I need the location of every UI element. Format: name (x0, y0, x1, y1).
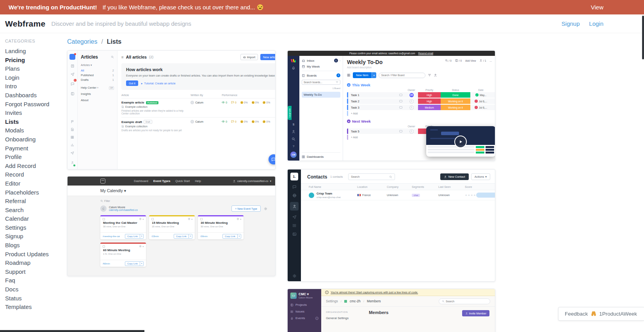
cmc-org-switcher[interactable]: CMC ▾ (299, 292, 313, 296)
event-settings[interactable]: ▾ (139, 218, 144, 220)
cmc-search-field[interactable] (439, 298, 490, 304)
sidebar-item-lists[interactable]: Lists (5, 118, 67, 127)
sidebar-item-search[interactable]: Search (5, 206, 67, 215)
settings-gear-icon[interactable] (292, 274, 297, 278)
date-cell[interactable]: !Jul 6,... (470, 100, 491, 103)
import-button[interactable]: Import (240, 54, 258, 60)
globe-icon[interactable] (292, 193, 297, 198)
gear-icon[interactable] (264, 207, 267, 211)
sidebar-item-invites[interactable]: Invites (5, 109, 67, 118)
screenshot-card-weekly-todo[interactable]: Please confirm your email address: saasi… (287, 50, 495, 161)
event-checkbox[interactable] (200, 218, 203, 220)
calendly-nav-quick-start[interactable]: Quick Start (175, 179, 190, 183)
copy-link-button[interactable]: Copy Link▾ (125, 234, 144, 239)
sidebar-item-templates[interactable]: Templates (5, 303, 67, 312)
profile-link[interactable]: calendly.com/saasified-co (109, 209, 138, 211)
event-card-cat-master[interactable]: ▾ Meeting the Cat Master 30 mins, One-on… (100, 215, 146, 239)
new-event-type-button[interactable]: + New Event Type (231, 205, 261, 212)
event-slug-link[interactable]: /meeting-the-cat-ma... (103, 235, 120, 237)
event-checkbox[interactable] (151, 218, 154, 220)
person-filter-icon[interactable] (434, 73, 437, 77)
board-filter-input[interactable] (381, 74, 423, 77)
sidebar-item-plans[interactable]: Plans (5, 64, 67, 73)
owner-empty[interactable] (409, 99, 414, 104)
upgrade-ribbon[interactable]: Upgrade (288, 106, 292, 120)
sidebar-item-intro[interactable]: Intro (5, 82, 67, 91)
group-next-week[interactable]: ▾Next Week (347, 119, 495, 123)
sidebar-item-modals[interactable]: Modals (5, 126, 67, 135)
banner-view-link[interactable]: View (591, 4, 603, 11)
cmc-nav-issues[interactable]: Issues (290, 310, 318, 313)
subscribers-counter[interactable]: / 1 (479, 59, 486, 62)
event-slug-link[interactable]: /30min (200, 235, 208, 237)
sidebar-item-forgot-password[interactable]: Forgot Password (5, 100, 67, 109)
articles-nav-published[interactable]: Published1 (81, 73, 114, 78)
event-settings[interactable]: ▾ (188, 218, 192, 220)
articles-nav-help-center[interactable]: Help Center ›Off (81, 86, 114, 90)
screenshot-card-articles[interactable]: 1 Articles Articles ▾ All2 (67, 50, 276, 170)
invite-person-icon[interactable] (292, 130, 295, 134)
add-board-button[interactable]: + (336, 73, 340, 77)
campaigns-icon[interactable] (292, 215, 297, 219)
date-cell[interactable]: !Jul 6,... (470, 106, 491, 109)
cmc-nav-events[interactable]: Eventsi (290, 316, 318, 320)
sidebar-boards[interactable]: Boards+ (302, 73, 340, 77)
search-boards-field[interactable] (302, 80, 340, 85)
actions-button[interactable]: Actions ▾ (471, 173, 490, 180)
sidebar-item-payment[interactable]: Payment (5, 144, 67, 153)
articles-nav-heading[interactable]: Articles (81, 64, 90, 66)
sidebar-item-placeholders[interactable]: Placeholders (5, 188, 67, 197)
sidebar-item-docs[interactable]: Docs (5, 285, 67, 294)
contacts-search-field[interactable] (348, 173, 395, 180)
new-contact-button[interactable]: New Contact (440, 173, 469, 180)
sidebar-item-dashboards[interactable]: Dashboards (5, 91, 67, 100)
integrations-counter[interactable]: / 0 (455, 59, 462, 62)
new-item-button[interactable]: New Item▾ (353, 72, 376, 78)
status-pill[interactable]: Done (441, 92, 470, 98)
event-slug-link[interactable]: /60min (103, 262, 110, 265)
owner-empty[interactable] (409, 105, 414, 110)
add-task-row[interactable]: + Add (347, 111, 495, 116)
search-icon[interactable] (111, 55, 114, 59)
board-menu-button[interactable]: ... (490, 59, 492, 62)
articles-nav-insights[interactable]: Insights (81, 92, 114, 96)
task-row-2[interactable]: Task 2 High Working on it !Jul 6,... (347, 98, 495, 104)
calendly-account-menu[interactable]: calendly.com/saasified-co ▾ (233, 180, 271, 183)
login-link[interactable]: Login (589, 20, 603, 27)
sidebar-item-referral[interactable]: Referral (5, 197, 67, 206)
task-row-3[interactable]: Task 3 Medium Working on it !Jul 6,... (347, 105, 495, 110)
event-card-60min[interactable]: ▾ 60 Minute Meeting 1 hr, One-on-One /60… (100, 243, 146, 267)
media-icon[interactable] (292, 232, 297, 236)
calendly-page-title[interactable]: My Calendly ▾ (68, 186, 275, 196)
priority-pill[interactable]: High (418, 98, 441, 104)
group-this-week[interactable]: ▾This Week (347, 83, 495, 87)
segment-badge[interactable]: chat (412, 194, 420, 197)
sidebar-item-settings[interactable]: Settings (5, 223, 67, 232)
articles-nav-about[interactable]: About (81, 98, 114, 103)
activity-counter[interactable]: / 0 (445, 59, 452, 62)
contacts-search-input[interactable] (351, 175, 389, 178)
update-bubble-icon[interactable] (399, 94, 402, 96)
invite-member-button[interactable]: Invite Member (462, 310, 489, 316)
board-subtitle[interactable]: Add board description (347, 66, 495, 69)
general-settings-link[interactable]: General Settings (326, 316, 359, 320)
video-preview-overlay[interactable] (426, 126, 495, 157)
date-cell[interactable]: ✓May... (470, 93, 491, 96)
filter-control[interactable]: Filter (100, 200, 267, 202)
sidebar-item-login[interactable]: Login (5, 73, 67, 82)
task-row-1[interactable]: Task 1 CM High Done ✓May... (347, 92, 495, 98)
list-icon[interactable] (292, 223, 297, 228)
sidebar-inbox[interactable]: Inbox1‹ (302, 59, 340, 62)
calendly-nav-event-types[interactable]: Event Types (153, 179, 171, 183)
calendly-nav-dashboard[interactable]: Dashboard (134, 179, 148, 183)
board-item-weekly-todo[interactable]: Weekly To-Do (302, 92, 340, 98)
billing-icon[interactable]: $ (293, 123, 294, 126)
row-action-button[interactable] (476, 193, 495, 198)
search-boards-input[interactable] (304, 81, 336, 84)
cmc-crumb-members[interactable]: Members (367, 299, 381, 303)
screenshot-card-calendly[interactable]: Dashboard Event Types Quick Start Help c… (67, 176, 276, 276)
sidebar-item-signup[interactable]: Signup (5, 232, 67, 241)
sidebar-item-roadmap[interactable]: Roadmap (5, 259, 67, 268)
home-view-icon[interactable] (347, 73, 350, 77)
sidebar-item-landing[interactable]: Landing (5, 47, 67, 56)
